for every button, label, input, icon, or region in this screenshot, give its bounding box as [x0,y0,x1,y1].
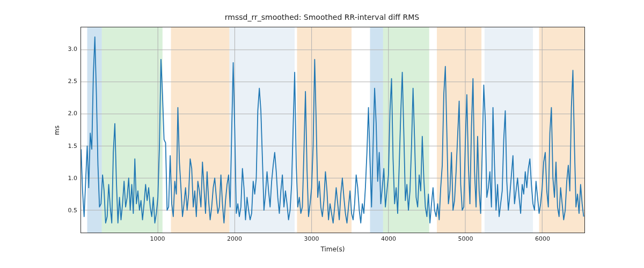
y-tick-label: 3.0 [61,46,77,53]
plot-svg [81,27,584,233]
figure: rmssd_rr_smoothed: Smoothed RR-interval … [0,0,644,268]
y-tick-label: 1.5 [61,143,77,150]
y-axis-label-container: ms [52,27,62,233]
band-4 [297,27,352,233]
x-tick-label: 5000 [455,235,477,242]
x-tick-label: 2000 [224,235,245,242]
x-tick-label: 1000 [147,235,169,242]
x-tick-label: 4000 [378,235,399,242]
plot-area [80,27,585,233]
x-tick-label: 3000 [301,235,323,242]
y-tick-label: 1.0 [61,175,77,182]
band-7 [437,27,481,233]
chart-title: rmssd_rr_smoothed: Smoothed RR-interval … [0,13,644,21]
y-tick-label: 0.5 [61,207,77,214]
y-tick-label: 2.0 [61,110,77,117]
x-tick-label: 6000 [532,235,553,242]
y-axis-label: ms [53,125,61,135]
x-axis-label: Time(s) [80,245,585,253]
y-tick-label: 2.5 [61,78,77,85]
